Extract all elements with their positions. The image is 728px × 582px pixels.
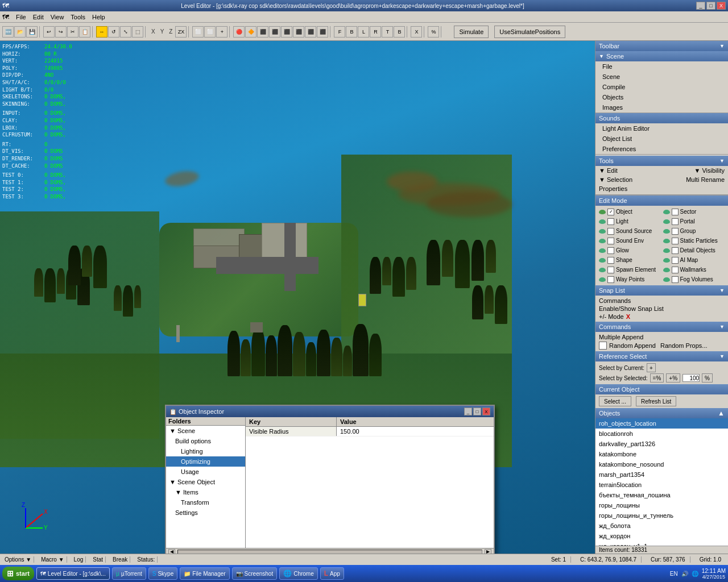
plus-pct-btn[interactable]: +% — [666, 373, 680, 383]
row-value[interactable]: 150.00 — [337, 427, 494, 436]
tb-Bx[interactable]: B — [394, 26, 405, 38]
object-list-item[interactable]: жд_кордон — [595, 531, 728, 541]
tb-scale[interactable]: ⤡ — [120, 26, 131, 38]
object-inspector-dialog[interactable]: 📋 Object Inspector _ □ X Folders ▼ Scene… — [165, 405, 495, 554]
multiple-append-btn[interactable]: Multiple Append — [599, 334, 643, 340]
refresh-btn[interactable]: Refresh List — [636, 396, 676, 406]
object-list-item[interactable]: katakombone_nosound — [595, 459, 728, 469]
object-list-item[interactable]: katakombone — [595, 449, 728, 459]
cb-way-points[interactable] — [607, 276, 614, 283]
tb-eyedropper[interactable]: ⬛ — [281, 26, 292, 38]
selection-dropdown[interactable]: ▼ Selection — [599, 176, 632, 183]
cb-sound-source[interactable] — [607, 228, 614, 235]
plus-btn[interactable]: + — [647, 363, 656, 372]
em-static-particles[interactable]: Static Particles — [662, 236, 726, 246]
properties-item[interactable]: Properties — [599, 185, 627, 192]
tree-lighting[interactable]: Lighting — [166, 446, 245, 456]
tb-eraser[interactable]: ⬛ — [257, 26, 268, 38]
scene-header[interactable]: ▼ Scene — [595, 51, 728, 61]
em-spawn-element[interactable]: Spawn Element — [598, 265, 662, 275]
object-list-item[interactable]: горы_лощины_и_туннель — [595, 510, 728, 521]
tools-arrow[interactable]: ▼ — [719, 158, 725, 164]
tree-usage[interactable]: Usage — [166, 467, 245, 477]
em-ai-map[interactable]: AI Map — [662, 255, 726, 265]
tree-optimizing[interactable]: Optimizing — [166, 456, 245, 467]
taskbar-screenshot[interactable]: 📷 Screenshot — [232, 567, 278, 580]
object-list-item[interactable]: бъекты_темная_лошина — [595, 490, 728, 500]
log-btn[interactable]: Log — [72, 556, 86, 563]
dialog-controls[interactable]: _ □ X — [464, 408, 490, 415]
object-list-item[interactable]: жд_болота — [595, 521, 728, 531]
tb-add[interactable]: + — [216, 26, 228, 38]
snap-mode-value[interactable]: X — [626, 313, 630, 320]
scene-scene-item[interactable]: Scene — [595, 72, 728, 82]
tb-X2[interactable]: X — [411, 26, 422, 38]
tb-pct[interactable]: % — [428, 26, 439, 38]
tb-paint[interactable]: 🔴 — [233, 26, 245, 38]
edit-dropdown[interactable]: ▼ Edit — [599, 167, 618, 174]
objects-list[interactable]: roh_objects_locationblocationrohdarkvall… — [595, 418, 728, 546]
taskbar-level-editor[interactable]: 🗺 Level Editor - [g:\sdk\... — [36, 567, 110, 580]
em-portal[interactable]: Portal — [662, 217, 726, 226]
visibility-dropdown[interactable]: ▼ Visibility — [694, 167, 725, 174]
scroll-left-arrow[interactable]: ◀ — [168, 549, 175, 554]
tree-build-options[interactable]: Build options — [166, 436, 245, 446]
options-btn[interactable]: Options ▼ — [2, 556, 34, 563]
tb-R[interactable]: R — [370, 26, 381, 38]
menu-help[interactable]: Help — [92, 14, 105, 20]
em-sound-env[interactable]: Sound Env — [598, 236, 662, 246]
cb-portal[interactable] — [672, 218, 679, 225]
titlebar-controls[interactable]: _ □ X — [696, 2, 726, 10]
tb-T[interactable]: T — [382, 26, 393, 38]
random-append-btn[interactable]: Random Append — [609, 342, 656, 349]
tree-scene-object[interactable]: ▼ Scene Object — [166, 477, 245, 487]
use-simulate-button[interactable]: UseSimulatePositions — [494, 26, 565, 38]
cb-shape[interactable] — [607, 257, 614, 264]
scene-file-item[interactable]: File — [595, 61, 728, 72]
stat-btn[interactable]: Stat — [90, 556, 106, 563]
table-row[interactable]: Visible Radius 150.00 — [246, 427, 494, 436]
tb-move[interactable]: ↔ — [96, 26, 107, 38]
sounds-preferences[interactable]: Preferences — [595, 144, 728, 154]
cb-fog-volumes[interactable] — [672, 276, 679, 283]
tb-open[interactable]: 📂 — [14, 26, 26, 38]
scroll-right-arrow[interactable]: ▶ — [485, 549, 491, 554]
object-list-item[interactable]: roh_objects_location — [595, 418, 728, 429]
cb-sector[interactable] — [672, 209, 679, 215]
macro-btn[interactable]: Macro ▼ — [39, 556, 67, 563]
minimize-button[interactable]: _ — [696, 2, 705, 10]
tb-btn2[interactable]: ⬜ — [204, 26, 216, 38]
inspector-table[interactable]: Key Value Visible Radius 150.00 — [246, 417, 494, 548]
pct-btn[interactable]: % — [702, 373, 713, 383]
tb-select[interactable]: ⬚ — [132, 26, 143, 38]
cb-spawn-element[interactable] — [607, 267, 614, 273]
maximize-button[interactable]: □ — [706, 2, 715, 10]
tb-brush[interactable]: 🔶 — [245, 26, 257, 38]
inspector-tree[interactable]: Folders ▼ Scene Build options Lighting O… — [166, 417, 246, 548]
commands-arrow[interactable]: ▼ — [719, 324, 725, 330]
tree-items[interactable]: ▼ Items — [166, 487, 245, 497]
em-sector[interactable]: Sector — [662, 207, 726, 217]
menu-edit[interactable]: Edit — [33, 14, 44, 20]
em-wallmarks[interactable]: Wallmarks — [662, 265, 726, 275]
sounds-light-anim[interactable]: Light Anim Editor — [595, 123, 728, 134]
dialog-minimize[interactable]: _ — [464, 408, 472, 415]
enable-snap-btn[interactable]: Enable/Show Snap List — [599, 305, 664, 312]
menu-file[interactable]: File — [16, 14, 26, 20]
tb-zx[interactable]: ZX — [175, 26, 187, 38]
eq-pct-btn[interactable]: =% — [650, 373, 664, 383]
pct-input[interactable] — [682, 374, 700, 382]
snap-arrow[interactable]: ▼ — [719, 288, 725, 293]
start-button[interactable]: ⊞ start — [2, 567, 34, 580]
tb-F[interactable]: F — [334, 26, 345, 38]
random-props-btn[interactable]: Random Props... — [660, 342, 708, 349]
object-list-item[interactable]: горы_лощины — [595, 500, 728, 510]
tb-save[interactable]: 💾 — [26, 26, 38, 38]
cb-group[interactable] — [672, 228, 679, 235]
random-append-cb[interactable] — [599, 342, 607, 350]
tb-pick[interactable]: ⬛ — [269, 26, 280, 38]
em-shape[interactable]: Shape — [598, 255, 662, 265]
tb-bucket[interactable]: ⬛ — [293, 26, 304, 38]
tb-B[interactable]: B — [346, 26, 357, 38]
scene-compile-item[interactable]: Compile — [595, 82, 728, 92]
